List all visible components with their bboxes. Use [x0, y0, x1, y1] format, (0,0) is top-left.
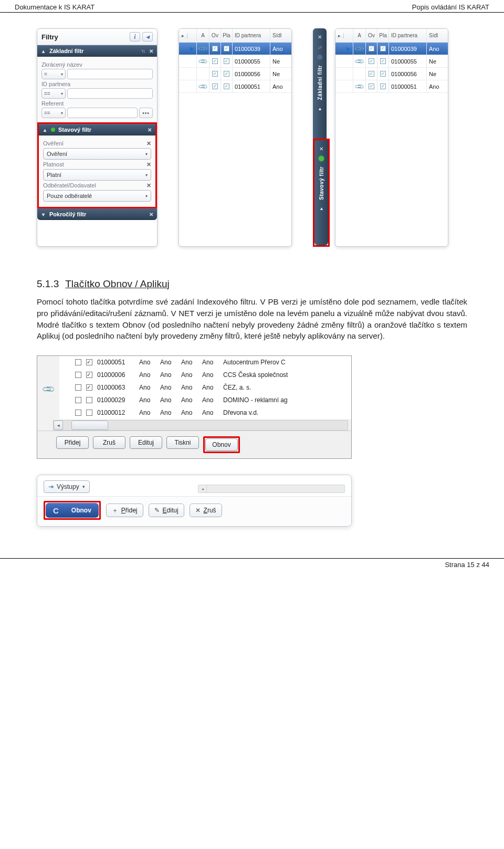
table-row[interactable]: 📎✓✓01000051Ano [179, 80, 291, 93]
sort-icon[interactable]: ↑↓ [141, 48, 145, 54]
table-row[interactable]: 📎✓✓01000055Ne [179, 55, 291, 68]
table-row[interactable]: 📎✓✓01000051Ano [335, 80, 448, 93]
add-button[interactable]: Přidej [56, 436, 89, 449]
checkbox[interactable] [75, 397, 81, 403]
checkbox[interactable]: ✓ [212, 46, 218, 51]
close-icon[interactable]: ✕ [148, 212, 154, 217]
print-button[interactable]: Tiskni [166, 436, 199, 449]
scrollbar-thumb[interactable] [71, 421, 108, 430]
table-row[interactable]: 01000029AnoAnoAnoAnoDOMINO - reklamní ag [59, 394, 351, 406]
clear-field-icon[interactable]: ✕ [146, 182, 151, 189]
expand-handle[interactable]: ▸ [179, 33, 187, 38]
table-row[interactable]: 01000063AnoAnoAnoAnoČEZ, a. s. [59, 381, 351, 394]
cell-sidl: Ne [270, 68, 289, 80]
checkbox[interactable]: ✓ [369, 46, 374, 51]
collapse-left-icon[interactable]: ◂ [142, 32, 153, 41]
checkbox[interactable] [75, 359, 81, 365]
cancel-button[interactable]: Zruš [93, 436, 125, 449]
operator-select[interactable]: ==▾ [41, 88, 66, 99]
checkbox[interactable] [86, 397, 92, 403]
col-pla[interactable]: Pla [221, 29, 233, 42]
scroll-left-icon[interactable]: ◂ [198, 485, 207, 492]
col-a[interactable]: A [353, 29, 366, 42]
checkbox[interactable] [75, 372, 81, 378]
checkbox[interactable]: ✓ [369, 58, 374, 64]
col-pla[interactable]: Pla [377, 29, 389, 42]
add-button[interactable]: ＋Přidej [106, 504, 143, 517]
expand-handle[interactable]: ▸ [335, 33, 344, 38]
basic-filter-body: Zkrácený název =▾ ID partnera ==▾ Refere… [37, 57, 157, 122]
checkbox[interactable]: ✓ [212, 83, 218, 89]
col-sidl[interactable]: Sídl [270, 29, 289, 42]
col-sidl[interactable]: Sídl [427, 29, 446, 42]
operator-select[interactable]: ==▾ [41, 108, 66, 118]
col-id[interactable]: ID partnera [233, 29, 270, 42]
sort-icon[interactable]: ↓↑ [317, 44, 323, 50]
checkbox[interactable] [86, 359, 92, 365]
table-row[interactable]: 01000051AnoAnoAnoAnoAutocentrum Přerov C [59, 356, 351, 369]
basic-filter-header[interactable]: ▴ Základní filtr ↑↓ ✕ [37, 45, 157, 57]
col-id[interactable]: ID partnera [389, 29, 427, 42]
table-row[interactable]: ✓✓01000056Ne [335, 68, 448, 80]
refresh-button[interactable]: C Obnov [46, 503, 99, 518]
refresh-button[interactable]: Obnov [205, 438, 238, 451]
close-icon[interactable]: ✕ [318, 145, 324, 152]
checkbox[interactable]: ✓ [224, 83, 229, 89]
checkbox[interactable]: ✓ [380, 58, 386, 64]
checkbox[interactable]: ✓ [212, 58, 218, 64]
checkbox[interactable] [86, 384, 92, 391]
checkbox[interactable]: ✓ [224, 58, 229, 64]
clear-field-icon[interactable]: ✕ [146, 161, 151, 168]
col-ov[interactable]: Ov [209, 29, 221, 42]
checkbox[interactable]: ✓ [380, 71, 386, 77]
scroll-left-icon[interactable]: ◂ [54, 421, 63, 430]
outputs-button[interactable]: ⇥ Výstupy ▾ [44, 480, 90, 493]
h-scrollbar[interactable]: ◂ [53, 420, 348, 431]
checkbox[interactable]: ✓ [369, 71, 374, 77]
id-partnera-input[interactable] [67, 88, 153, 99]
edit-button[interactable]: ✎Edituj [149, 504, 184, 517]
table-row[interactable]: ▶📎✓✓01000039Ano [179, 43, 291, 55]
table-row[interactable]: 📎✓✓01000055Ne [335, 55, 448, 68]
col-a[interactable]: A [197, 29, 209, 42]
zkraceny-nazev-input[interactable] [67, 69, 153, 79]
checkbox[interactable] [75, 410, 81, 416]
status-filter-header[interactable]: ▴ Stavový filtr ✕ [39, 124, 155, 135]
advanced-filter-header[interactable]: ▾ Pokročilý filtr ✕ [37, 208, 157, 220]
table-row[interactable]: 01000006AnoAnoAnoAnoCCS Česká společnost [59, 369, 351, 381]
lookup-button[interactable]: ••• [139, 108, 153, 118]
platnost-select[interactable]: Platní▾ [43, 169, 151, 181]
checkbox[interactable]: ✓ [369, 83, 374, 89]
checkbox[interactable] [86, 410, 92, 416]
checkbox[interactable]: ✓ [224, 71, 229, 77]
cell-sidl: Ne [270, 55, 289, 67]
checkbox[interactable]: ✓ [380, 46, 386, 51]
h-scrollbar[interactable]: ◂ [198, 485, 345, 493]
operator-select[interactable]: =▾ [41, 69, 66, 79]
close-icon[interactable]: ✕ [317, 34, 323, 40]
checkbox[interactable]: ✓ [212, 71, 218, 77]
table-row[interactable]: 01000012AnoAnoAnoAnoDřevona v.d. [59, 406, 351, 419]
close-icon[interactable]: ✕ [146, 127, 152, 133]
checkbox[interactable] [86, 372, 92, 378]
checkbox[interactable]: ✓ [224, 46, 229, 51]
checkbox[interactable]: ✓ [380, 83, 386, 89]
table-row[interactable]: ▶📎✓✓01000039Ano [335, 43, 448, 55]
info-icon[interactable]: i [130, 32, 140, 41]
cancel-button[interactable]: ✕Zruš [190, 504, 222, 517]
col-ov[interactable]: Ov [366, 29, 377, 42]
collapsed-status-filter[interactable]: ✕ Stavový filtr ▴ [314, 140, 328, 245]
overeni-select[interactable]: Ověření▾ [43, 148, 151, 160]
edit-button[interactable]: Edituj [130, 436, 162, 449]
close-icon[interactable]: ✕ [148, 48, 154, 54]
collapsed-basic-filter[interactable]: ✕ ↓↑ Základní filtr ▴ [313, 28, 327, 139]
page-footer: Strana 15 z 44 [0, 558, 504, 579]
referent-input[interactable] [67, 108, 138, 118]
cell-ano: Ano [139, 384, 160, 391]
clear-field-icon[interactable]: ✕ [146, 140, 151, 147]
checkbox[interactable] [75, 384, 81, 391]
cell-id: 01000056 [389, 68, 427, 80]
paperclip-icon: 📎 [197, 81, 208, 92]
odberatel-select[interactable]: Pouze odběratelé▾ [43, 190, 151, 202]
table-row[interactable]: ✓✓01000056Ne [179, 68, 291, 80]
